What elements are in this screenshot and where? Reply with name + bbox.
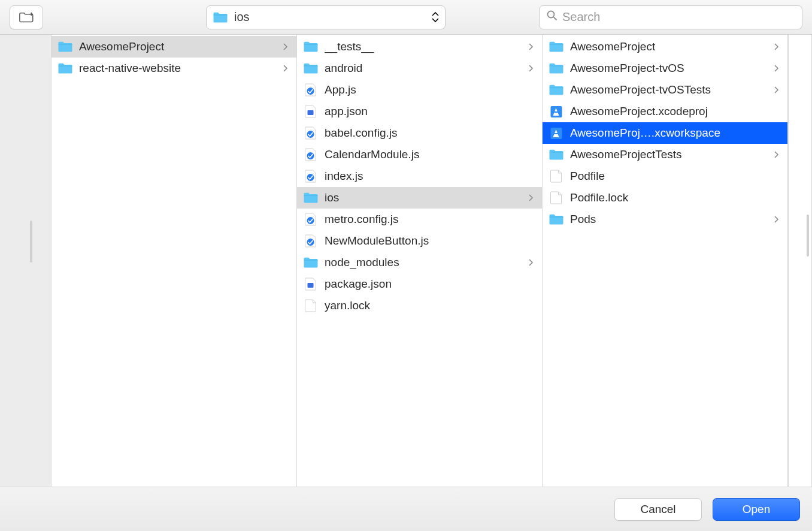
file-name: package.json [325,277,523,291]
file-row[interactable]: AwesomeProject-tvOS [543,58,787,79]
file-row[interactable]: metro.config.js [297,209,542,230]
column-1[interactable]: __tests__androidApp.jsapp.jsonbabel.conf… [297,35,543,487]
toolbar: ios [0,0,812,35]
file-row[interactable]: AwesomeProjectTests [543,144,787,165]
file-row[interactable]: __tests__ [297,36,542,58]
path-stepper-icon [432,12,439,23]
search-input[interactable] [562,10,795,24]
file-row[interactable]: CalendarModule.js [297,144,542,165]
folder-icon [549,40,564,53]
file-row[interactable]: AwesomeProject [51,36,296,58]
file-name: android [325,62,523,75]
file-row[interactable]: babel.config.js [297,122,542,144]
file-name: NewModuleButton.js [325,234,523,248]
file-name: yarn.lock [325,299,523,312]
folder-icon [303,256,319,269]
file-name: Podfile [570,170,768,183]
file-name: AwesomeProject [570,40,768,53]
chevron-right-icon [529,43,536,50]
file-row[interactable]: app.json [297,101,542,122]
path-popup[interactable]: ios [206,5,446,29]
folder-icon [303,191,319,204]
file-name: AwesomeProject.xcodeproj [570,105,768,118]
folder-icon [549,83,564,96]
search-box[interactable] [539,5,802,29]
file-name: __tests__ [325,40,523,53]
file-row[interactable]: AwesomeProj….xcworkspace [543,122,787,144]
file-name: App.js [325,83,523,96]
xcode-icon [549,126,564,140]
folder-icon [303,62,319,75]
chevron-right-icon [774,65,781,72]
file-row[interactable]: AwesomeProject-tvOSTests [543,79,787,101]
file-row[interactable]: Pods [543,209,787,230]
file-row[interactable]: node_modules [297,252,542,273]
file-name: metro.config.js [325,213,523,226]
chevron-right-icon [774,86,781,93]
json-icon [303,277,319,291]
file-name: CalendarModule.js [325,148,523,161]
folder-icon [549,213,564,226]
chevron-right-icon [283,65,290,72]
js-icon [303,213,319,226]
file-name: AwesomeProject [79,40,277,53]
js-icon [303,170,319,183]
js-icon [303,126,319,140]
folder-icon [57,62,73,75]
js-icon [303,148,319,161]
file-name: AwesomeProj….xcworkspace [570,126,768,140]
file-row[interactable]: Podfile [543,165,787,187]
chevron-right-icon [774,43,781,50]
open-button[interactable]: Open [713,498,800,521]
new-folder-button[interactable] [10,5,43,29]
folder-icon [549,62,564,75]
js-icon [303,83,319,96]
folder-icon [303,40,319,53]
file-row[interactable]: AwesomeProject [543,36,787,58]
file-row[interactable]: AwesomeProject.xcodeproj [543,101,787,122]
file-row[interactable]: android [297,58,542,79]
chevron-right-icon [774,216,781,223]
chevron-right-icon [774,151,781,158]
folder-icon [213,11,228,24]
file-name: index.js [325,170,523,183]
file-row[interactable]: yarn.lock [297,295,542,316]
folder-icon [57,40,73,53]
search-icon [547,10,558,24]
current-folder-label: ios [234,10,426,24]
column-2[interactable]: AwesomeProjectAwesomeProject-tvOSAwesome… [543,35,788,487]
file-name: node_modules [325,256,523,269]
file-name: app.json [325,105,523,118]
preview-gutter [788,35,812,487]
chevron-right-icon [529,194,536,201]
file-row[interactable]: ios [297,187,542,209]
bottom-bar: Cancel Open [0,487,812,531]
file-name: ios [325,191,523,204]
column-0[interactable]: AwesomeProjectreact-native-website [51,35,297,487]
file-name: babel.config.js [325,126,523,140]
file-row[interactable]: NewModuleButton.js [297,230,542,252]
file-name: AwesomeProject-tvOSTests [570,83,768,96]
file-row[interactable]: App.js [297,79,542,101]
file-icon [303,299,319,312]
file-name: AwesomeProject-tvOS [570,62,768,75]
file-row[interactable]: react-native-website [51,58,296,79]
folder-icon [549,148,564,161]
chevron-right-icon [529,259,536,266]
file-row[interactable]: package.json [297,273,542,295]
file-row[interactable]: index.js [297,165,542,187]
sidebar-gutter [1,35,51,487]
file-row[interactable]: Podfile.lock [543,187,787,209]
file-icon [549,191,564,204]
file-icon [549,170,564,183]
new-folder-icon [19,11,34,24]
cancel-button[interactable]: Cancel [614,498,702,521]
file-name: Pods [570,213,768,226]
js-icon [303,234,319,248]
file-name: react-native-website [79,62,277,75]
chevron-right-icon [283,43,290,50]
chevron-right-icon [529,65,536,72]
column-browser: AwesomeProjectreact-native-website __tes… [1,35,812,487]
file-name: AwesomeProjectTests [570,148,768,161]
xcode-icon [549,105,564,118]
